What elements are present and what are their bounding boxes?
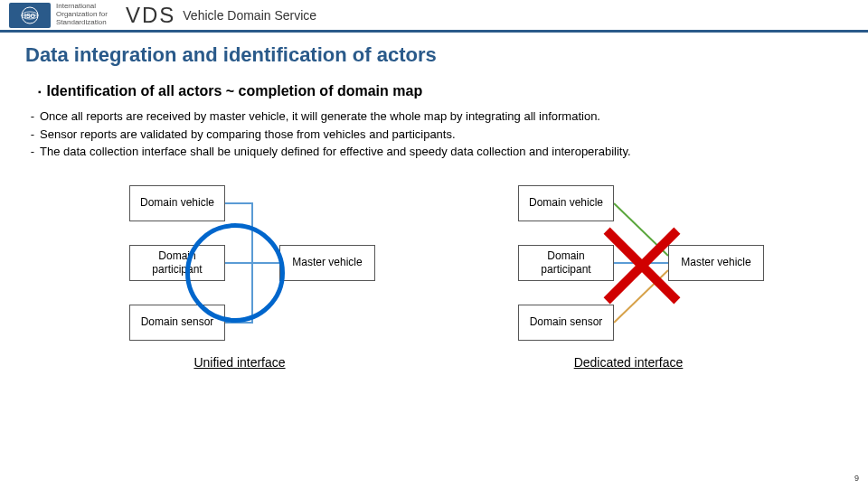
box-domain-vehicle: Domain vehicle <box>518 185 614 221</box>
iso-logo-icon: ISO <box>9 3 51 28</box>
box-domain-participant: Domain participant <box>129 245 225 281</box>
diagram-row: Domain vehicle Domain participant Domain… <box>0 185 868 375</box>
bullet-item: -Once all reports are received by master… <box>25 108 841 125</box>
iso-text: International Organization for Standardi… <box>56 3 108 26</box>
diagram-unified: Domain vehicle Domain participant Domain… <box>104 185 375 375</box>
dash-icon: - <box>25 144 40 160</box>
diagram-dedicated: Domain vehicle Domain participant Domain… <box>493 185 764 375</box>
box-domain-sensor: Domain sensor <box>518 305 614 341</box>
svg-text:ISO: ISO <box>24 13 36 19</box>
box-master-vehicle: Master vehicle <box>668 245 764 281</box>
svg-line-4 <box>614 203 668 256</box>
page-number: 9 <box>854 474 859 483</box>
vds-subtitle: Vehicle Domain Service <box>183 8 316 23</box>
bullet-text: The data collection interface shall be u… <box>40 144 631 160</box>
box-master-vehicle: Master vehicle <box>279 245 375 281</box>
bullet-item: -The data collection interface shall be … <box>25 144 841 160</box>
box-domain-vehicle: Domain vehicle <box>129 185 225 221</box>
vds-label: VDS <box>126 3 175 28</box>
dash-icon: - <box>25 127 40 143</box>
page-title: Data integration and identification of a… <box>25 43 868 67</box>
dash-icon: - <box>25 108 40 125</box>
bullet-text: Sensor reports are validated by comparin… <box>40 127 456 143</box>
sub-heading: Identification of all actors ~ completio… <box>38 83 868 99</box>
svg-line-6 <box>614 270 668 323</box>
bullet-text: Once all reports are received by master … <box>40 108 600 125</box>
iso-line3: Standardization <box>56 19 108 27</box>
box-domain-participant: Domain participant <box>518 245 614 281</box>
bullet-item: -Sensor reports are validated by compari… <box>25 127 841 143</box>
bullet-list: -Once all reports are received by master… <box>25 108 841 160</box>
slide-header: ISO International Organization for Stand… <box>0 0 868 33</box>
box-domain-sensor: Domain sensor <box>129 305 225 341</box>
